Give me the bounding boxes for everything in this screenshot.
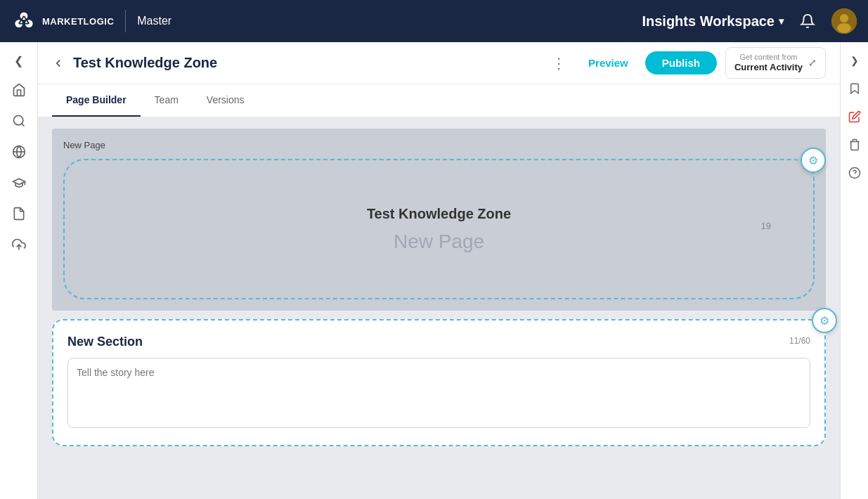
sidebar-icon-home[interactable]: [5, 76, 33, 104]
svg-line-10: [21, 124, 24, 127]
svg-point-8: [837, 23, 851, 33]
header-bar: Test Knowledge Zone ⋮ Preview Publish Ge…: [38, 42, 840, 84]
sidebar-icon-docs[interactable]: [5, 200, 33, 228]
sidebar-icon-search[interactable]: [5, 107, 33, 135]
right-sidebar-toggle[interactable]: ❯: [842, 48, 867, 73]
page-content: New Page ⚙ Test Knowledge Zone 19 New Pa…: [38, 117, 840, 499]
page-number: 19: [761, 221, 771, 231]
page-inner[interactable]: ⚙ Test Knowledge Zone 19 New Page: [63, 159, 815, 299]
svg-point-2: [20, 12, 28, 20]
page-label: New Page: [63, 140, 815, 150]
page-block: New Page ⚙ Test Knowledge Zone 19 New Pa…: [52, 129, 826, 311]
publish-button[interactable]: Publish: [645, 51, 717, 74]
sidebar-icon-globe[interactable]: [5, 138, 33, 166]
tabs-bar: Page Builder Team Versions: [38, 84, 840, 117]
right-icon-help[interactable]: [842, 160, 867, 186]
page-inner-subtitle: New Page: [394, 231, 484, 253]
avatar[interactable]: [831, 8, 857, 34]
section-counter: 11/60: [789, 336, 810, 346]
nav-right: Insights Workspace: [642, 8, 857, 34]
tab-team[interactable]: Team: [141, 84, 193, 117]
logo-area[interactable]: MARKETLOGIC: [11, 8, 114, 34]
get-content-button[interactable]: Get content from Current Activity ⤢: [725, 47, 826, 79]
section-gear-button[interactable]: ⚙: [812, 308, 837, 333]
back-button[interactable]: [52, 57, 65, 70]
section-title-wrap: New Section: [67, 335, 143, 349]
preview-button[interactable]: Preview: [580, 53, 637, 73]
left-sidebar: ❮: [0, 42, 38, 499]
more-options-button[interactable]: ⋮: [546, 52, 571, 74]
right-icon-trash[interactable]: [842, 132, 867, 157]
header-right: ⋮ Preview Publish Get content from Curre…: [546, 47, 826, 79]
svg-point-7: [840, 14, 848, 22]
section-header: New Section 11/60: [67, 335, 810, 349]
sidebar-collapse-toggle[interactable]: ❮: [6, 48, 32, 73]
main-layout: ❮ Test Knowledge Zone: [0, 42, 868, 499]
top-navigation: MARKETLOGIC Master Insights Workspace: [0, 0, 868, 42]
sidebar-icon-upload[interactable]: [5, 231, 33, 259]
section-block: ⚙ New Section 11/60: [52, 319, 826, 446]
right-icon-edit[interactable]: [842, 104, 867, 129]
expand-icon: ⤢: [808, 56, 817, 69]
get-content-text: Get content from Current Activity: [734, 52, 803, 74]
bell-icon[interactable]: [795, 8, 820, 34]
story-textarea[interactable]: [67, 358, 810, 428]
page-title: Test Knowledge Zone: [73, 55, 217, 71]
section-title: New Section: [67, 335, 143, 349]
master-label: Master: [137, 15, 171, 27]
nav-divider: [125, 10, 126, 32]
right-sidebar: ❯: [840, 42, 868, 499]
sidebar-icon-learn[interactable]: [5, 169, 33, 197]
content-area: Test Knowledge Zone ⋮ Preview Publish Ge…: [38, 42, 840, 499]
tab-page-builder[interactable]: Page Builder: [52, 84, 141, 117]
nav-left: MARKETLOGIC Master: [11, 8, 171, 34]
page-gear-button[interactable]: ⚙: [801, 148, 826, 173]
logo-text: MARKETLOGIC: [42, 16, 114, 27]
right-icon-bookmark[interactable]: [842, 76, 867, 101]
svg-point-9: [13, 116, 22, 125]
workspace-title[interactable]: Insights Workspace: [642, 13, 784, 30]
tab-versions[interactable]: Versions: [193, 84, 259, 117]
page-inner-title: Test Knowledge Zone: [367, 206, 511, 222]
header-left: Test Knowledge Zone: [52, 55, 217, 71]
